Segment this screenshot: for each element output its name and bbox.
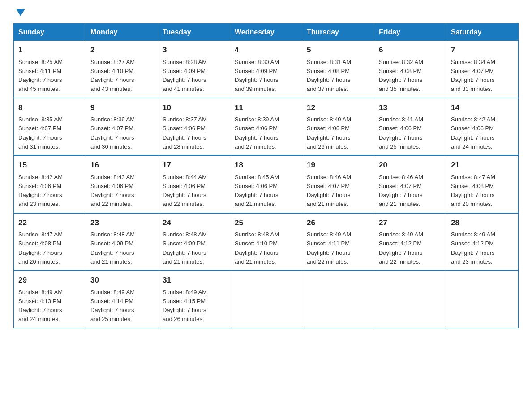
day-number: 29 — [18, 274, 81, 286]
day-info: Sunrise: 8:27 AMSunset: 4:10 PMDaylight:… — [90, 59, 135, 93]
calendar-cell — [302, 270, 374, 328]
calendar-cell: 20Sunrise: 8:46 AMSunset: 4:07 PMDayligh… — [374, 155, 446, 213]
day-number: 4 — [235, 44, 297, 56]
day-number: 21 — [451, 159, 514, 171]
calendar-cell: 18Sunrise: 8:45 AMSunset: 4:06 PMDayligh… — [230, 155, 302, 213]
day-info: Sunrise: 8:49 AMSunset: 4:15 PMDaylight:… — [163, 289, 207, 323]
day-number: 6 — [379, 44, 442, 56]
day-number: 2 — [90, 44, 153, 56]
calendar-cell: 27Sunrise: 8:49 AMSunset: 4:12 PMDayligh… — [374, 213, 446, 271]
day-info: Sunrise: 8:48 AMSunset: 4:09 PMDaylight:… — [163, 231, 207, 265]
calendar-cell: 6Sunrise: 8:32 AMSunset: 4:08 PMDaylight… — [374, 41, 446, 98]
calendar-cell: 25Sunrise: 8:48 AMSunset: 4:10 PMDayligh… — [230, 213, 302, 271]
header-thursday: Thursday — [302, 24, 374, 41]
header-sunday: Sunday — [14, 24, 86, 41]
day-info: Sunrise: 8:25 AMSunset: 4:11 PMDaylight:… — [18, 59, 63, 93]
calendar-cell: 19Sunrise: 8:46 AMSunset: 4:07 PMDayligh… — [302, 155, 374, 213]
calendar-cell: 9Sunrise: 8:36 AMSunset: 4:07 PMDaylight… — [86, 98, 158, 156]
week-row-3: 15Sunrise: 8:42 AMSunset: 4:06 PMDayligh… — [14, 155, 519, 213]
day-number: 23 — [90, 217, 153, 229]
day-info: Sunrise: 8:43 AMSunset: 4:06 PMDaylight:… — [90, 174, 135, 208]
day-number: 14 — [451, 102, 514, 114]
calendar-cell: 12Sunrise: 8:40 AMSunset: 4:06 PMDayligh… — [302, 98, 374, 156]
day-number: 27 — [379, 217, 442, 229]
header-wednesday: Wednesday — [230, 24, 302, 41]
calendar-cell — [230, 270, 302, 328]
day-info: Sunrise: 8:46 AMSunset: 4:07 PMDaylight:… — [307, 174, 351, 208]
calendar-cell: 3Sunrise: 8:28 AMSunset: 4:09 PMDaylight… — [158, 41, 230, 98]
day-info: Sunrise: 8:45 AMSunset: 4:06 PMDaylight:… — [235, 174, 279, 208]
day-number: 18 — [235, 159, 297, 171]
day-number: 1 — [18, 44, 81, 56]
calendar-cell: 24Sunrise: 8:48 AMSunset: 4:09 PMDayligh… — [158, 213, 230, 271]
header-friday: Friday — [374, 24, 446, 41]
day-info: Sunrise: 8:48 AMSunset: 4:09 PMDaylight:… — [90, 231, 135, 265]
day-number: 24 — [163, 217, 225, 229]
day-number: 11 — [235, 102, 297, 114]
day-number: 31 — [163, 274, 225, 286]
day-info: Sunrise: 8:30 AMSunset: 4:09 PMDaylight:… — [235, 59, 279, 93]
day-info: Sunrise: 8:49 AMSunset: 4:11 PMDaylight:… — [307, 231, 351, 265]
day-info: Sunrise: 8:37 AMSunset: 4:06 PMDaylight:… — [163, 116, 207, 150]
day-number: 9 — [90, 102, 153, 114]
day-number: 25 — [235, 217, 297, 229]
day-number: 28 — [451, 217, 514, 229]
calendar-cell: 31Sunrise: 8:49 AMSunset: 4:15 PMDayligh… — [158, 270, 230, 328]
day-info: Sunrise: 8:40 AMSunset: 4:06 PMDaylight:… — [307, 116, 351, 150]
day-number: 26 — [307, 217, 369, 229]
logo — [13, 9, 25, 15]
day-info: Sunrise: 8:42 AMSunset: 4:06 PMDaylight:… — [451, 116, 495, 150]
day-number: 13 — [379, 102, 442, 114]
day-info: Sunrise: 8:34 AMSunset: 4:07 PMDaylight:… — [451, 59, 495, 93]
calendar-cell: 8Sunrise: 8:35 AMSunset: 4:07 PMDaylight… — [14, 98, 86, 156]
header-saturday: Saturday — [446, 24, 519, 41]
day-info: Sunrise: 8:35 AMSunset: 4:07 PMDaylight:… — [18, 116, 63, 150]
day-number: 12 — [307, 102, 369, 114]
calendar-cell: 1Sunrise: 8:25 AMSunset: 4:11 PMDaylight… — [14, 41, 86, 98]
calendar-cell: 11Sunrise: 8:39 AMSunset: 4:06 PMDayligh… — [230, 98, 302, 156]
day-info: Sunrise: 8:44 AMSunset: 4:06 PMDaylight:… — [163, 174, 207, 208]
day-info: Sunrise: 8:47 AMSunset: 4:08 PMDaylight:… — [18, 231, 63, 265]
calendar-cell: 14Sunrise: 8:42 AMSunset: 4:06 PMDayligh… — [446, 98, 519, 156]
day-number: 16 — [90, 159, 153, 171]
day-number: 15 — [18, 159, 81, 171]
day-info: Sunrise: 8:49 AMSunset: 4:12 PMDaylight:… — [379, 231, 423, 265]
calendar-cell: 26Sunrise: 8:49 AMSunset: 4:11 PMDayligh… — [302, 213, 374, 271]
day-info: Sunrise: 8:49 AMSunset: 4:12 PMDaylight:… — [451, 231, 495, 265]
calendar-cell: 22Sunrise: 8:47 AMSunset: 4:08 PMDayligh… — [14, 213, 86, 271]
calendar-cell: 23Sunrise: 8:48 AMSunset: 4:09 PMDayligh… — [86, 213, 158, 271]
day-info: Sunrise: 8:39 AMSunset: 4:06 PMDaylight:… — [235, 116, 279, 150]
calendar-cell: 5Sunrise: 8:31 AMSunset: 4:08 PMDaylight… — [302, 41, 374, 98]
day-info: Sunrise: 8:32 AMSunset: 4:08 PMDaylight:… — [379, 59, 423, 93]
week-row-4: 22Sunrise: 8:47 AMSunset: 4:08 PMDayligh… — [14, 213, 519, 271]
calendar-cell: 30Sunrise: 8:49 AMSunset: 4:14 PMDayligh… — [86, 270, 158, 328]
header-monday: Monday — [86, 24, 158, 41]
day-info: Sunrise: 8:41 AMSunset: 4:06 PMDaylight:… — [379, 116, 423, 150]
day-info: Sunrise: 8:28 AMSunset: 4:09 PMDaylight:… — [163, 59, 207, 93]
logo-blue — [13, 9, 25, 15]
day-number: 30 — [90, 274, 153, 286]
calendar-cell: 17Sunrise: 8:44 AMSunset: 4:06 PMDayligh… — [158, 155, 230, 213]
calendar-cell: 10Sunrise: 8:37 AMSunset: 4:06 PMDayligh… — [158, 98, 230, 156]
calendar-cell: 21Sunrise: 8:47 AMSunset: 4:08 PMDayligh… — [446, 155, 519, 213]
day-number: 17 — [163, 159, 225, 171]
day-number: 10 — [163, 102, 225, 114]
week-row-5: 29Sunrise: 8:49 AMSunset: 4:13 PMDayligh… — [14, 270, 519, 328]
day-number: 7 — [451, 44, 514, 56]
day-info: Sunrise: 8:46 AMSunset: 4:07 PMDaylight:… — [379, 174, 423, 208]
calendar-cell: 13Sunrise: 8:41 AMSunset: 4:06 PMDayligh… — [374, 98, 446, 156]
calendar-header-row: SundayMondayTuesdayWednesdayThursdayFrid… — [14, 24, 519, 41]
calendar-cell: 28Sunrise: 8:49 AMSunset: 4:12 PMDayligh… — [446, 213, 519, 271]
day-info: Sunrise: 8:42 AMSunset: 4:06 PMDaylight:… — [18, 174, 63, 208]
calendar-cell: 2Sunrise: 8:27 AMSunset: 4:10 PMDaylight… — [86, 41, 158, 98]
header-tuesday: Tuesday — [158, 24, 230, 41]
day-number: 3 — [163, 44, 225, 56]
week-row-1: 1Sunrise: 8:25 AMSunset: 4:11 PMDaylight… — [14, 41, 519, 98]
week-row-2: 8Sunrise: 8:35 AMSunset: 4:07 PMDaylight… — [14, 98, 519, 156]
day-number: 20 — [379, 159, 442, 171]
day-number: 5 — [307, 44, 369, 56]
calendar-cell: 15Sunrise: 8:42 AMSunset: 4:06 PMDayligh… — [14, 155, 86, 213]
day-info: Sunrise: 8:48 AMSunset: 4:10 PMDaylight:… — [235, 231, 279, 265]
calendar-cell — [446, 270, 519, 328]
day-number: 8 — [18, 102, 81, 114]
